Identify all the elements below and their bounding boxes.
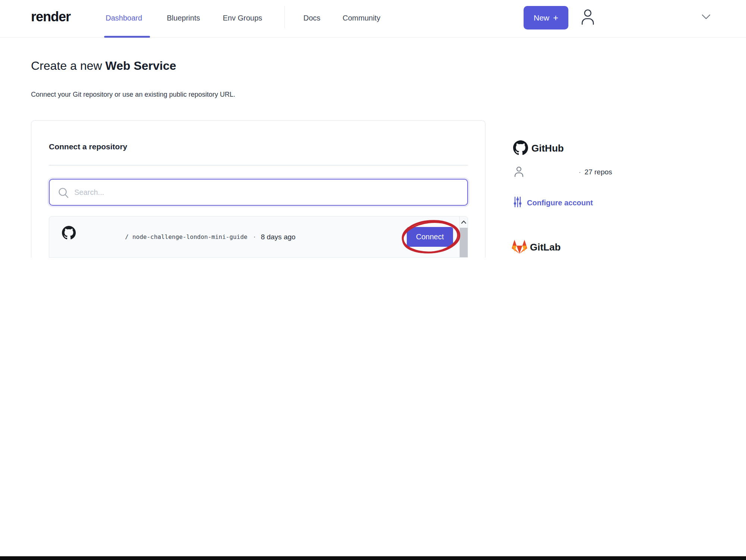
nav-link-dashboard[interactable]: Dashboard [106,14,142,22]
person-icon [514,166,524,179]
connect-button[interactable]: Connect [407,227,453,247]
search-input[interactable] [74,180,462,204]
user-avatar-button[interactable] [578,7,597,28]
page-subtitle: Connect your Git repository or use an ex… [31,91,235,99]
repo-name: node-challenge-london-mini-guide [132,233,247,240]
gitlab-section-title: GitLab [530,242,561,253]
repo-list: / node-challenge-london-mini-guide · 8 d… [49,216,468,258]
person-icon [579,22,596,28]
repo-description: / node-challenge-london-mini-guide · 8 d… [125,217,296,257]
chevron-down-icon [701,15,711,21]
page-title-regular: Create a new [31,59,102,72]
new-button[interactable]: New + [524,6,568,29]
gitlab-icon [512,239,527,256]
scrollbar-up-button[interactable] [460,217,468,228]
chevron-up-icon [461,220,466,225]
nav-link-community[interactable]: Community [343,14,380,22]
connect-repository-card: Connect a repository / node- [31,120,486,258]
repo-search-box [49,179,468,206]
page-title-bold: Web Service [105,59,176,72]
github-repo-count: ·27 repos [579,168,612,176]
repo-updated-time: 8 days ago [261,233,296,241]
nav-link-docs[interactable]: Docs [303,14,321,22]
top-nav: render Dashboard Blueprints Env Groups D… [0,0,746,38]
plus-icon: + [553,13,558,23]
nav-link-env-groups[interactable]: Env Groups [223,14,262,22]
configure-account-label: Configure account [527,199,593,207]
bullet-dot: · [579,169,581,175]
render-logo[interactable]: render [31,9,71,25]
repo-path-prefix: / [125,233,129,240]
nav-link-blueprints[interactable]: Blueprints [167,14,200,22]
github-icon [513,140,528,157]
card-header: Connect a repository [49,142,127,151]
configure-account-link[interactable]: Configure account [514,196,593,209]
github-icon [62,226,76,241]
page: render Dashboard Blueprints Env Groups D… [0,0,746,560]
repo-count-text: 27 repos [584,168,612,176]
new-button-label: New [534,13,549,22]
bottom-black-bar [0,556,746,560]
github-section-title: GitHub [531,143,564,154]
page-title: Create a newWeb Service [31,59,176,73]
repo-list-scrollbar[interactable] [459,217,468,257]
scrollbar-thumb[interactable] [460,228,468,257]
active-tab-underline [104,36,150,38]
account-menu-button[interactable] [699,11,714,23]
repo-separator-dot: · [253,233,256,241]
card-header-divider [49,165,468,165]
sliders-icon [514,196,522,209]
nav-divider [284,6,285,28]
